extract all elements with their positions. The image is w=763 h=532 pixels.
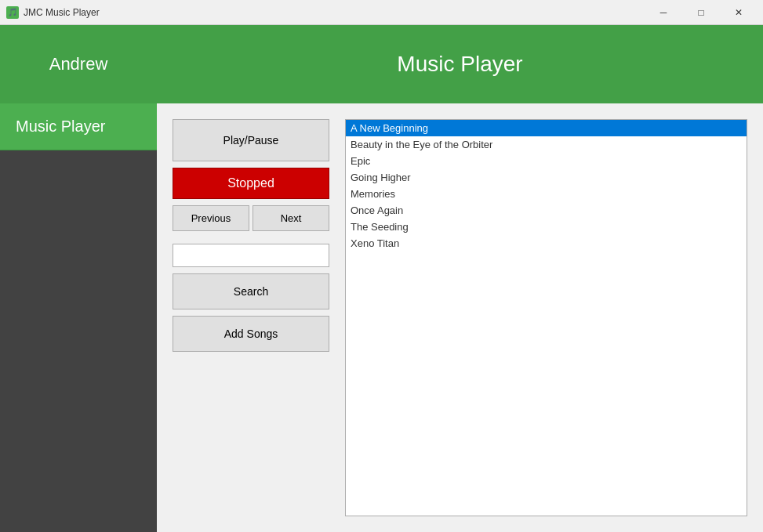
sidebar-item-music-player[interactable]: Music Player bbox=[0, 103, 157, 150]
prev-next-row: Previous Next bbox=[173, 205, 329, 231]
previous-button[interactable]: Previous bbox=[173, 205, 249, 231]
close-button[interactable]: ✕ bbox=[721, 0, 757, 25]
title-bar-left: 🎵 JMC Music Player bbox=[6, 6, 100, 19]
search-button[interactable]: Search bbox=[173, 273, 329, 309]
page-header: Music Player bbox=[157, 25, 763, 103]
list-item[interactable]: A New Beginning bbox=[346, 120, 747, 136]
add-songs-button[interactable]: Add Songs bbox=[173, 316, 329, 352]
app-title: JMC Music Player bbox=[24, 7, 100, 18]
sidebar: Andrew Music Player bbox=[0, 25, 157, 532]
sidebar-item-label: Music Player bbox=[16, 118, 105, 135]
status-badge: Stopped bbox=[173, 168, 329, 199]
list-item[interactable]: Once Again bbox=[346, 202, 747, 219]
content-area: Music Player Play/Pause Stopped Previous… bbox=[157, 25, 763, 532]
controls-panel: Play/Pause Stopped Previous Next Search … bbox=[173, 119, 329, 516]
title-bar-controls: ─ □ ✕ bbox=[645, 0, 757, 25]
play-pause-button[interactable]: Play/Pause bbox=[173, 119, 329, 161]
sidebar-user: Andrew bbox=[0, 25, 157, 103]
app-icon: 🎵 bbox=[6, 6, 19, 19]
list-item[interactable]: Beauty in the Eye of the Orbiter bbox=[346, 136, 747, 153]
header-title: Music Player bbox=[397, 52, 522, 77]
list-item[interactable]: Xeno Titan bbox=[346, 235, 747, 252]
list-item[interactable]: The Seeding bbox=[346, 219, 747, 235]
list-item[interactable]: Going Higher bbox=[346, 169, 747, 186]
next-button[interactable]: Next bbox=[253, 205, 329, 231]
song-list[interactable]: A New BeginningBeauty in the Eye of the … bbox=[345, 119, 747, 516]
list-item[interactable]: Epic bbox=[346, 153, 747, 169]
maximize-button[interactable]: □ bbox=[683, 0, 719, 25]
title-bar: 🎵 JMC Music Player ─ □ ✕ bbox=[0, 0, 763, 25]
list-item[interactable]: Memories bbox=[346, 186, 747, 202]
app-container: Andrew Music Player Music Player Play/Pa… bbox=[0, 25, 763, 532]
minimize-button[interactable]: ─ bbox=[645, 0, 681, 25]
search-input[interactable] bbox=[173, 244, 329, 267]
main-content: Play/Pause Stopped Previous Next Search … bbox=[157, 103, 763, 532]
